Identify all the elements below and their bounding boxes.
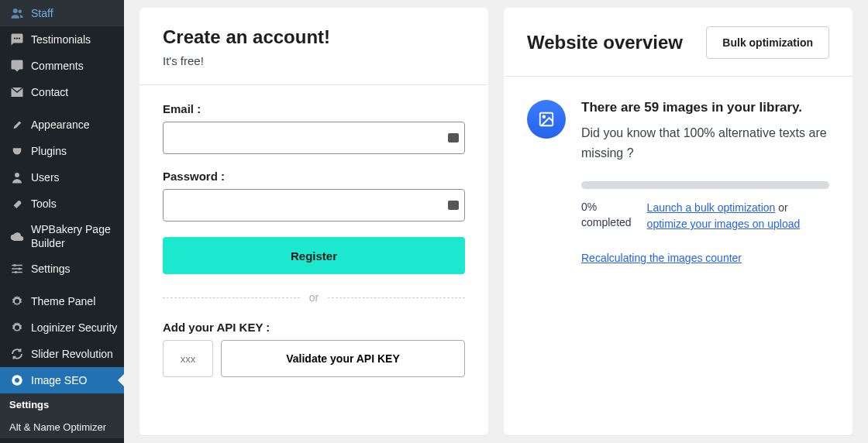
email-label: Email : [163,102,465,115]
plug-icon [9,143,25,159]
sidebar-label: Contact [31,85,68,99]
sidebar-item-wpbakery-page-builder[interactable]: WPBakery Page Builder [0,217,124,256]
sidebar-item-plugins[interactable]: Plugins [0,138,124,164]
keyboard-icon [448,133,459,143]
brush-icon [9,117,25,132]
svg-point-11 [15,271,17,273]
sidebar-label: Loginizer Security [31,321,117,335]
sidebar-item-testimonials[interactable]: Testimonials [0,26,124,53]
create-account-card: Create an account! It's free! Email : Pa… [140,8,488,435]
main-content: Create an account! It's free! Email : Pa… [124,0,868,443]
eye-icon [9,373,25,388]
svg-point-5 [15,173,19,177]
progress-percentage: 0% completed [581,200,632,232]
sidebar-item-loginizer-security[interactable]: Loginizer Security [0,314,124,341]
optimize-upload-link[interactable]: optimize your images on upload [647,218,801,230]
sidebar-item-tools[interactable]: Tools [0,191,124,217]
sidebar-label: Testimonials [31,33,91,46]
gear-icon [9,294,25,309]
password-label: Password : [163,170,465,183]
submenu: SettingsAlt & Name Optimizer [0,393,124,438]
sidebar-label: Theme Panel [31,294,95,308]
svg-point-3 [16,37,18,39]
progress-row: 0% completed Launch a bulk optimization … [581,200,829,232]
launch-bulk-link[interactable]: Launch a bulk optimization [647,201,776,214]
recalculate-link[interactable]: Recalculating the images counter [581,252,742,264]
progress-links: Launch a bulk optimization or optimize y… [647,200,829,232]
sidebar-item-staff[interactable]: Staff [0,0,124,26]
sidebar-label: Image SEO [31,373,87,387]
svg-point-2 [14,37,16,39]
svg-point-0 [13,9,18,13]
sidebar-label: WPBakery Page Builder [31,222,118,250]
keyboard-icon [448,201,459,210]
overview-heading: There are 59 images in your library. [581,100,829,115]
sidebar-item-image-seo[interactable]: Image SEO [0,367,124,393]
progress-bar [581,181,829,189]
sliders-icon [9,261,25,276]
submenu-item-settings[interactable]: Settings [0,393,124,416]
submenu-item-alt-name-optimizer[interactable]: Alt & Name Optimizer [0,416,124,438]
user-icon [9,170,25,185]
overview-header: Website overview Bulk optimization [504,26,852,77]
email-input[interactable] [163,122,465,154]
email-input-wrap [163,122,465,154]
or-text-2: or [775,201,787,214]
sidebar-label: Slider Revolution [31,347,113,361]
sidebar-item-comments[interactable]: Comments [0,53,124,79]
svg-point-9 [14,264,16,266]
sidebar-label: Appearance [31,118,90,132]
or-divider: or [163,291,465,304]
sidebar-label: Users [31,170,60,184]
api-key-input[interactable] [163,340,213,377]
overview-title: Website overview [527,32,683,53]
password-input-wrap [163,189,465,222]
validate-api-button[interactable]: Validate your API KEY [221,340,465,377]
sidebar-item-slider-revolution[interactable]: Slider Revolution [0,341,124,367]
overview-text: There are 59 images in your library. Did… [581,100,829,265]
svg-point-4 [19,37,20,39]
overview-paragraph: Did you know that 100% alternative texts… [581,123,829,163]
register-button[interactable]: Register [163,237,465,274]
sidebar-item-users[interactable]: Users [0,164,124,191]
refresh-icon [9,346,25,362]
sidebar-label: Settings [31,262,71,276]
chat-icon [9,32,25,47]
sidebar-label: Tools [31,197,57,211]
pct-label: completed [581,216,632,228]
comment-icon [9,58,25,74]
api-key-row: Validate your API KEY [163,340,465,377]
pct-value: 0% [581,201,597,213]
create-account-title: Create an account! [163,26,465,48]
cloud-icon [9,228,25,244]
divider-line [140,84,488,85]
sidebar-item-contact[interactable]: Contact [0,79,124,105]
sidebar-label: Comments [31,59,84,73]
wrench-icon [9,196,25,211]
overview-body: There are 59 images in your library. Did… [527,77,829,265]
create-account-subtitle: It's free! [163,54,465,67]
image-icon [527,100,566,139]
svg-point-15 [542,115,545,118]
sidebar-item-theme-panel[interactable]: Theme Panel [0,288,124,314]
or-text: or [300,291,328,304]
svg-rect-7 [12,269,22,270]
people-icon [9,5,25,21]
sidebar-label: Staff [31,6,53,20]
api-key-label: Add your API KEY : [163,321,465,334]
svg-point-13 [15,378,19,383]
sidebar-item-appearance[interactable]: Appearance [0,112,124,138]
sidebar-label: Plugins [31,144,67,158]
gear-icon [9,320,25,335]
mail-icon [9,84,25,100]
website-overview-card: Website overview Bulk optimization There… [504,8,852,435]
bulk-optimization-button[interactable]: Bulk optimization [706,26,829,59]
password-input[interactable] [163,189,465,222]
sidebar-item-settings[interactable]: Settings [0,256,124,282]
svg-rect-6 [12,265,22,266]
svg-point-1 [19,10,22,14]
admin-sidebar: StaffTestimonialsCommentsContactAppearan… [0,0,124,443]
svg-point-10 [19,268,21,270]
